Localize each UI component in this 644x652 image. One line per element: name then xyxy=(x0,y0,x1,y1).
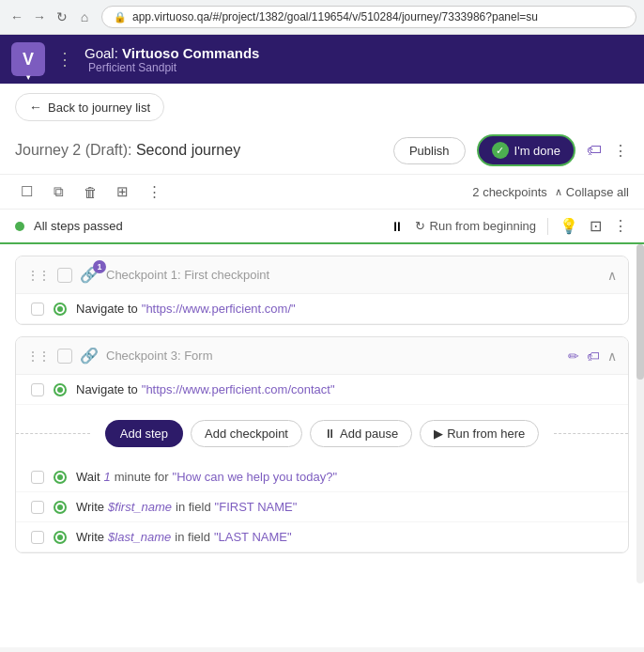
step-action: Navigate to xyxy=(76,382,138,396)
main-content: ← Back to journey list Journey 2 (Draft)… xyxy=(0,84,644,647)
pause-icon[interactable]: ⏸ xyxy=(391,219,404,234)
goal-label: Goal: xyxy=(84,45,118,61)
back-bar: ← Back to journey list xyxy=(0,84,644,131)
collapse-chevron-icon: ∧ xyxy=(555,186,562,198)
step-status-dot xyxy=(57,306,63,312)
collapse-all-button[interactable]: ∧ Collapse all xyxy=(555,185,629,199)
publish-button[interactable]: Publish xyxy=(393,137,466,164)
copy-icon[interactable]: ⧉ xyxy=(47,180,69,203)
step-action: Write xyxy=(76,500,104,514)
toolbar-more-dots[interactable]: ⋮ xyxy=(143,180,165,203)
steps-bar: All steps passed ⏸ ↻ Run from beginning … xyxy=(0,210,644,244)
run-bar-more-dots[interactable]: ⋮ xyxy=(613,217,629,235)
journey-prefix: Journey 2 (Draft): xyxy=(15,142,131,158)
table-row: Wait 1 minute for "How can we help you t… xyxy=(16,462,628,492)
address-bar[interactable]: 🔒 app.virtuoso.qa/#/project/1382/goal/11… xyxy=(101,6,636,28)
checkpoints-count: 2 checkpoints xyxy=(472,185,547,199)
step-action: Write xyxy=(76,530,104,544)
toolbar-right: 2 checkpoints ∧ Collapse all xyxy=(472,185,629,199)
add-step-button[interactable]: Add step xyxy=(105,420,183,447)
run-from-beginning-label: Run from beginning xyxy=(430,219,536,233)
browser-chrome: ← → ↻ ⌂ 🔒 app.virtuoso.qa/#/project/1382… xyxy=(0,0,644,35)
checkpoint-name: First checkpoint xyxy=(184,268,269,282)
step-quoted: "How can we help you today?" xyxy=(173,470,337,484)
checkpoint-header: ⋮⋮ 🔗 Checkpoint 3: Form ✏ 🏷 ∧ xyxy=(16,337,628,375)
checkpoint-edit-icon[interactable]: ✏ xyxy=(568,349,579,364)
step-text: Navigate to "https://www.perficient.com/… xyxy=(76,302,296,316)
run-from-here-button[interactable]: ▶ Run from here xyxy=(420,420,539,447)
step-status-icon xyxy=(54,471,67,484)
refresh-icon[interactable]: ↻ xyxy=(53,8,71,26)
back-arrow-icon: ← xyxy=(29,100,42,115)
imdone-button[interactable]: ✓ I'm done xyxy=(477,134,575,166)
table-row: Write $first_name in field "FIRST NAME" xyxy=(16,492,628,522)
steps-status-dot xyxy=(15,222,24,231)
checkpoint-collapse-icon[interactable]: ∧ xyxy=(607,349,617,364)
home-icon[interactable]: ⌂ xyxy=(75,8,94,26)
step-text: Wait 1 minute for "How can we help you t… xyxy=(76,470,337,484)
step-action: Navigate to xyxy=(76,302,138,316)
lock-icon: 🔒 xyxy=(114,11,127,23)
step-middle: in field xyxy=(175,530,210,544)
step-checkbox[interactable] xyxy=(31,531,44,544)
run-from-beginning-button[interactable]: ↻ Run from beginning xyxy=(415,219,536,233)
step-var: $last_name xyxy=(108,530,171,544)
url-text: app.virtuoso.qa/#/project/1382/goal/1196… xyxy=(132,10,538,23)
step-checkbox[interactable] xyxy=(31,501,44,514)
journey-title: Journey 2 (Draft): Second journey xyxy=(15,142,382,159)
checkpoint-checkbox[interactable] xyxy=(57,268,72,283)
app-logo[interactable]: V ▾ xyxy=(11,42,45,76)
step-text: Write $last_name in field "LAST NAME" xyxy=(76,530,292,544)
delete-icon[interactable]: 🗑 xyxy=(79,180,101,203)
dashed-line-right xyxy=(554,433,628,434)
step-middle: in field xyxy=(176,500,211,514)
add-step-bar: Add step Add checkpoint ⏸ Add pause ▶ Ru… xyxy=(90,411,555,457)
play-icon: ▶ xyxy=(434,427,443,441)
step-status-dot xyxy=(57,505,63,510)
columns-icon[interactable]: ⊞ xyxy=(111,180,133,203)
step-checkbox[interactable] xyxy=(31,303,44,316)
step-status-dot xyxy=(57,474,63,480)
step-checkbox[interactable] xyxy=(31,383,44,396)
step-var: $first_name xyxy=(108,500,172,514)
journey-name: Second journey xyxy=(136,142,240,158)
checkpoint-tag-icon[interactable]: 🏷 xyxy=(587,349,600,364)
select-all-checkbox[interactable]: ☐ xyxy=(15,180,38,203)
checkpoint-checkbox[interactable] xyxy=(57,349,72,364)
step-quoted: "LAST NAME" xyxy=(214,530,292,544)
step-status-dot xyxy=(57,535,63,540)
step-checkbox[interactable] xyxy=(31,471,44,484)
step-status-dot xyxy=(57,387,63,393)
step-status-icon xyxy=(54,303,67,316)
toolbar-left: ☐ ⧉ 🗑 ⊞ ⋮ xyxy=(15,180,165,203)
step-text: Write $first_name in field "FIRST NAME" xyxy=(76,500,297,514)
checkpoint-title: Checkpoint 3: Form xyxy=(106,349,560,363)
scrollbar-track xyxy=(636,244,644,583)
journey-tag-icon[interactable]: 🏷 xyxy=(587,142,602,159)
step-text: Navigate to "https://www.perficient.com/… xyxy=(76,382,335,396)
add-pause-button[interactable]: ⏸ Add pause xyxy=(310,420,412,447)
header-menu-dots[interactable]: ⋮ xyxy=(56,49,75,70)
checkpoint-header: ⋮⋮ 🔗 1 Checkpoint 1: First checkpoint ∧ xyxy=(16,256,628,294)
header-goal-line: Goal: Virtuoso Commands xyxy=(84,45,259,61)
journey-toolbar: ☐ ⧉ 🗑 ⊞ ⋮ 2 checkpoints ∧ Collapse all xyxy=(0,174,644,210)
back-nav-icon[interactable]: ← xyxy=(8,8,26,26)
checkpoint-title: Checkpoint 1: First checkpoint xyxy=(106,268,600,282)
drag-handle-icon[interactable]: ⋮⋮ xyxy=(27,349,50,363)
journey-more-menu[interactable]: ⋮ xyxy=(613,142,629,160)
steps-status-label: All steps passed xyxy=(34,219,381,233)
scrollbar-thumb[interactable] xyxy=(636,244,644,380)
layout-icon[interactable]: ⊡ xyxy=(590,217,602,235)
back-to-journey-button[interactable]: ← Back to journey list xyxy=(15,93,164,121)
bulb-icon[interactable]: 💡 xyxy=(560,217,578,235)
drag-handle-icon[interactable]: ⋮⋮ xyxy=(27,269,50,282)
scroll-area[interactable]: ⋮⋮ 🔗 1 Checkpoint 1: First checkpoint ∧ xyxy=(0,244,644,583)
header-subtitle: Perficient Sandpit xyxy=(88,61,259,74)
add-checkpoint-button[interactable]: Add checkpoint xyxy=(191,420,302,447)
step-quoted: "FIRST NAME" xyxy=(215,500,298,514)
table-row: Navigate to "https://www.perficient.com/… xyxy=(16,294,628,324)
add-step-dashed-row: Add step Add checkpoint ⏸ Add pause ▶ Ru… xyxy=(16,405,628,462)
step-url: "https://www.perficient.com/contact" xyxy=(142,382,335,396)
checkpoint-collapse-icon[interactable]: ∧ xyxy=(607,268,617,283)
forward-nav-icon[interactable]: → xyxy=(30,8,49,26)
